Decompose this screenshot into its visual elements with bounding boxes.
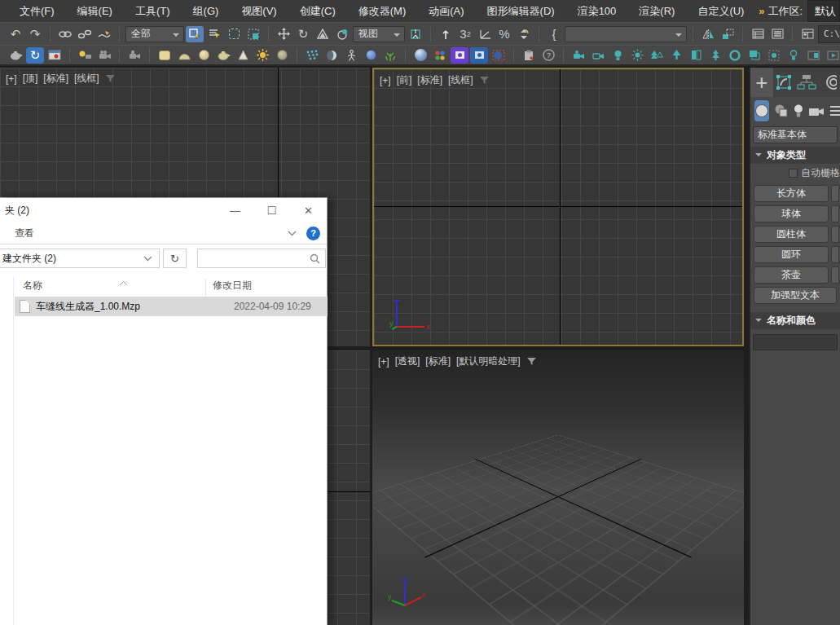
help-icon[interactable]: ?: [539, 47, 557, 64]
foliage-icon[interactable]: [381, 47, 399, 64]
category-helpers[interactable]: [829, 100, 840, 121]
category-shapes[interactable]: [774, 100, 789, 121]
category-geometry[interactable]: [754, 100, 769, 121]
menu-animation[interactable]: 动画(A): [417, 0, 475, 22]
select-and-move-icon[interactable]: [275, 26, 292, 42]
camera-sequencer-icon[interactable]: [95, 47, 113, 64]
angle-snap-icon[interactable]: [476, 26, 494, 42]
menu-group[interactable]: 组(G): [182, 0, 231, 22]
spinner-snap-icon[interactable]: [515, 26, 533, 42]
button-cylinder[interactable]: 圆柱体: [754, 226, 829, 243]
button-sphere[interactable]: 球体: [754, 205, 829, 222]
menu-file[interactable]: 文件(F): [8, 0, 66, 22]
menu-modifiers[interactable]: 修改器(M): [347, 0, 418, 22]
film-camera-icon[interactable]: [125, 47, 143, 64]
selection-filter-dropdown[interactable]: 全部: [125, 26, 184, 42]
viewport-menu-general[interactable]: [+]: [6, 73, 17, 85]
moon-sphere-icon[interactable]: [323, 47, 341, 64]
sphere-primitive-icon[interactable]: [195, 47, 213, 64]
tab-modify[interactable]: [773, 68, 796, 97]
state-sets-icon[interactable]: [490, 47, 508, 64]
button-torus[interactable]: 圆环: [754, 246, 829, 263]
button-cone-clipped[interactable]: [831, 185, 839, 202]
use-pivot-center-icon[interactable]: [407, 26, 424, 42]
viewport-front-active[interactable]: [+] [前] [标准] [线框] x y: [372, 68, 744, 346]
category-cameras[interactable]: [808, 100, 825, 121]
menu-customize[interactable]: 自定义(U): [686, 0, 755, 22]
render-iterative-icon[interactable]: ↻: [26, 47, 44, 64]
viewport-menu-pov[interactable]: [透视]: [395, 354, 420, 368]
toolbox-icon[interactable]: [798, 26, 816, 42]
viewport-menu-shading[interactable]: [线框]: [448, 73, 473, 87]
color-dots-icon[interactable]: [431, 47, 449, 64]
percent-snap-icon[interactable]: %: [495, 26, 513, 42]
viewport-filter-icon[interactable]: [479, 76, 490, 85]
workspace-dropdown[interactable]: 默认: [807, 0, 840, 22]
teapot-primitive-icon[interactable]: [214, 47, 232, 64]
explorer-help-icon[interactable]: ?: [306, 227, 320, 240]
viewport-perspective-label[interactable]: [+] [透视] [标准] [默认明暗处理]: [378, 354, 537, 368]
object-name-field[interactable]: [753, 334, 838, 350]
menu-views[interactable]: 视图(V): [230, 0, 288, 22]
file-row-selected[interactable]: 车缝线生成器_1.00.Mzp 2022-04-09 10:29: [15, 297, 328, 316]
viewport-perspective[interactable]: [+] [透视] [标准] [默认明暗处理] x y: [372, 350, 744, 625]
align-icon[interactable]: [719, 26, 737, 42]
shiny-sphere-icon[interactable]: [411, 47, 429, 64]
edit-named-selection-sets-icon[interactable]: {: [545, 26, 563, 42]
named-selection-sets-dropdown[interactable]: [565, 26, 687, 42]
refresh-button[interactable]: ↻: [163, 249, 187, 268]
window-crossing-icon[interactable]: [244, 26, 262, 42]
vp-door-icon[interactable]: [687, 47, 705, 64]
scene-explorer-icon[interactable]: [749, 26, 767, 42]
button-box[interactable]: 长方体: [754, 185, 829, 202]
redo-icon[interactable]: ↷: [26, 26, 44, 42]
select-and-link-icon[interactable]: [56, 26, 74, 42]
maximize-button[interactable]: ☐: [253, 198, 290, 222]
vp-trees-icon[interactable]: [648, 47, 666, 64]
particle-array-icon[interactable]: [303, 47, 321, 64]
box-primitive-icon[interactable]: [156, 47, 174, 64]
select-object-icon[interactable]: [186, 26, 204, 42]
select-and-rotate-icon[interactable]: ↻: [294, 26, 312, 42]
rollout-name-color[interactable]: 名称和颜色: [750, 312, 840, 329]
explorer-titlebar[interactable]: 夹 (2) — ☐ ✕: [0, 198, 327, 222]
menu-graph-editors[interactable]: 图形编辑器(D): [476, 0, 566, 22]
vp-camera2-icon[interactable]: [589, 47, 607, 64]
layer-explorer-icon[interactable]: [768, 26, 786, 42]
geosphere-icon[interactable]: [362, 47, 380, 64]
sun-light-icon[interactable]: [253, 47, 271, 64]
column-name[interactable]: 名称: [0, 279, 205, 297]
tab-create[interactable]: +: [750, 68, 773, 97]
search-input[interactable]: [197, 249, 326, 268]
select-and-scale-icon[interactable]: [314, 26, 332, 42]
viewport-menu-shading[interactable]: [默认明暗处理]: [456, 354, 521, 368]
tab-hierarchy[interactable]: [795, 68, 818, 97]
render-teapot-icon[interactable]: [7, 47, 24, 64]
viewport-menu-shading[interactable]: [线框]: [74, 72, 99, 86]
select-by-name-icon[interactable]: [205, 26, 223, 42]
select-place-icon[interactable]: [333, 26, 351, 42]
snaps-toggle-icon[interactable]: 32: [456, 26, 474, 42]
menu-edit[interactable]: 编辑(E): [66, 0, 124, 22]
rollout-object-type[interactable]: 对象类型: [750, 147, 840, 164]
mirror-icon[interactable]: [699, 26, 717, 42]
viewport-menu-pov[interactable]: [前]: [397, 73, 412, 87]
button-geosphere-clipped[interactable]: [831, 205, 839, 222]
biped-icon[interactable]: [342, 47, 360, 64]
material-editor-icon[interactable]: [451, 47, 468, 64]
render-setup-icon[interactable]: [46, 47, 64, 64]
light-lister-icon[interactable]: [76, 47, 94, 64]
autogrid-checkbox[interactable]: [789, 169, 798, 178]
vp-play-window-icon[interactable]: [824, 47, 840, 64]
button-textplus[interactable]: 加强型文本: [754, 287, 837, 304]
menu-render100[interactable]: 渲染100: [566, 0, 628, 22]
close-button[interactable]: ✕: [290, 198, 327, 222]
vp-region-icon[interactable]: [765, 47, 783, 64]
dome-primitive-icon[interactable]: [175, 47, 193, 64]
viewport-menu-general[interactable]: [+]: [378, 356, 389, 368]
clipboard-icon[interactable]: [520, 47, 538, 64]
viewport-menu-pov[interactable]: [顶]: [23, 72, 38, 86]
menu-tools[interactable]: 工具(T): [124, 0, 182, 22]
rendered-frame-icon[interactable]: [470, 47, 488, 64]
vp-window-icon[interactable]: [804, 47, 822, 64]
